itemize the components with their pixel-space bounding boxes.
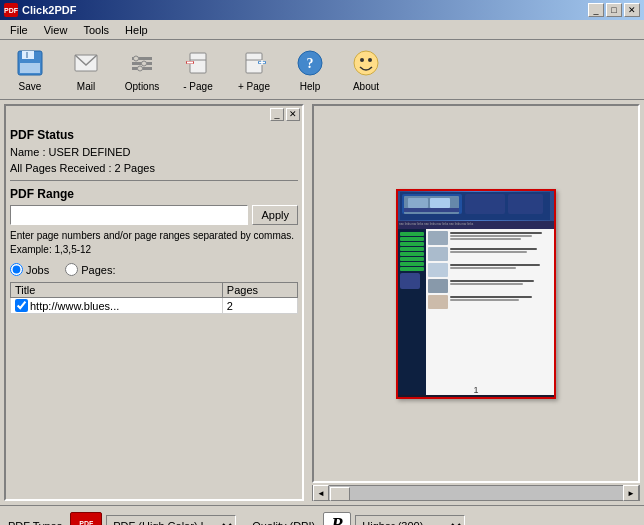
quality-select[interactable]: Higher (300) High (200) Medium (150) Low… [355,515,465,526]
text-block-3 [450,263,552,277]
content-img-4 [428,279,448,293]
svg-point-10 [138,66,143,71]
svg-rect-30 [408,198,428,208]
close-button[interactable]: ✕ [624,3,640,17]
menu-tools[interactable]: Tools [77,22,115,38]
panel-content: PDF Status Name : USER DEFINED All Pages… [10,128,298,314]
panel-titlebar: _ ✕ [6,106,302,122]
text-line [450,299,519,301]
menu-view[interactable]: View [38,22,74,38]
app-icon: PDF [4,3,18,17]
options-button[interactable]: Options [118,44,166,95]
mail-label: Mail [77,81,95,92]
page-number: 1 [473,385,478,395]
options-label: Options [125,81,159,92]
range-input[interactable] [10,205,248,225]
plus-page-label: + Page [238,81,270,92]
content-row-4 [428,279,552,293]
pdf-status-title: PDF Status [10,128,298,142]
svg-rect-2 [20,63,40,73]
radio-pages[interactable] [65,263,78,276]
bottom-bar: PDF Types PDF click PDF (High Color) I P… [0,505,644,525]
app-title: Click2PDF [22,4,76,16]
scroll-right-button[interactable]: ► [623,485,639,501]
content-img-2 [428,247,448,261]
preview-area: nav links nav links nav links nav links … [312,104,640,483]
pdf-range-title: PDF Range [10,187,298,201]
svg-point-8 [134,56,139,61]
scroll-track[interactable] [329,486,623,500]
text-line [450,283,523,285]
minimize-button[interactable]: _ [588,3,604,17]
svg-rect-32 [404,208,459,212]
minus-page-button[interactable]: - Page [174,44,222,95]
radio-jobs[interactable] [10,263,23,276]
plus-page-icon [238,47,270,79]
about-button[interactable]: About [342,44,390,95]
text-line [450,251,527,253]
menu-help[interactable]: Help [119,22,154,38]
pdf-status-pages: All Pages Received : 2 Pages [10,162,298,174]
svg-rect-28 [508,194,543,214]
job-title: http://www.blues... [30,300,119,312]
job-checkbox[interactable] [15,299,28,312]
toolbar: Save Mail Options [0,40,644,100]
job-pages-cell: 2 [222,298,297,314]
pdf-type-select[interactable]: PDF (High Color) I PDF (Low Color) PDF (… [106,515,236,526]
text-line [450,248,537,250]
svg-rect-27 [465,194,505,214]
panel-minimize-button[interactable]: _ [270,108,284,121]
svg-point-23 [360,58,364,62]
svg-point-9 [142,61,147,66]
options-icon [126,47,158,79]
text-line [450,238,521,240]
quality-icon: B [323,512,351,526]
sidebar-link-8 [400,267,424,271]
minus-page-icon [182,47,214,79]
help-label: Help [300,81,321,92]
radio-jobs-label[interactable]: Jobs [10,263,49,276]
svg-rect-31 [430,198,450,208]
scroll-thumb[interactable] [330,487,350,501]
save-icon [14,47,46,79]
pdf-type-section: PDF Types PDF click PDF (High Color) I P… [8,512,236,526]
maximize-button[interactable]: □ [606,3,622,17]
menu-file[interactable]: File [4,22,34,38]
mail-button[interactable]: Mail [62,44,110,95]
col-pages: Pages [222,283,297,298]
job-checkbox-row: http://www.blues... [15,299,218,312]
plus-page-button[interactable]: + Page [230,44,278,95]
title-bar-title: PDF Click2PDF [4,3,76,17]
jobs-table: Title Pages http://www.blues... [10,282,298,314]
quality-label: Quality (DPI) [252,520,315,526]
job-title-cell: http://www.blues... [11,298,223,314]
menu-bar: File View Tools Help [0,20,644,40]
divider-1 [10,180,298,181]
sidebar-link-7 [400,262,424,266]
horizontal-scrollbar: ◄ ► [312,485,640,501]
sidebar-link-6 [400,257,424,261]
svg-point-22 [354,51,378,75]
content-row-1 [428,231,552,245]
pdf-status-name: Name : USER DEFINED [10,146,298,158]
text-block-1 [450,231,552,245]
text-line [450,296,532,298]
pdf-type-icon: PDF click [70,512,102,526]
text-block-2 [450,247,552,261]
right-panel: nav links nav links nav links nav links … [308,100,644,505]
save-button[interactable]: Save [6,44,54,95]
radio-pages-label[interactable]: Pages: [65,263,115,276]
panel-window: _ ✕ PDF Status Name : USER DEFINED All P… [4,104,304,501]
text-line [450,267,516,269]
table-row: http://www.blues... 2 [11,298,298,314]
apply-button[interactable]: Apply [252,205,298,225]
scroll-left-button[interactable]: ◄ [313,485,329,501]
help-button[interactable]: ? Help [286,44,334,95]
left-panel: _ ✕ PDF Status Name : USER DEFINED All P… [0,100,308,505]
sidebar-link-1 [400,232,424,236]
radio-row: Jobs Pages: [10,263,298,276]
text-line [450,232,542,234]
panel-close-button[interactable]: ✕ [286,108,300,121]
page-preview: nav links nav links nav links nav links … [396,189,556,399]
content-img-3 [428,263,448,277]
